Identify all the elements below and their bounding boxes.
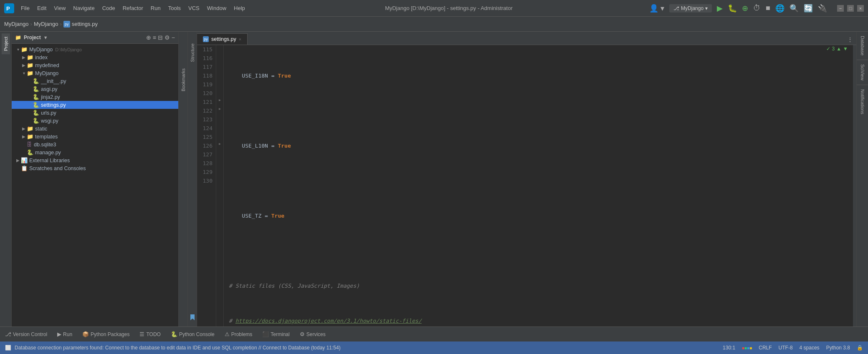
maximize-button[interactable]: □ xyxy=(847,5,854,12)
fold-121[interactable]: ▸ xyxy=(216,98,223,106)
tree-label: index xyxy=(35,55,48,60)
menu-code[interactable]: Code xyxy=(99,3,119,13)
run-icon[interactable]: ▶ xyxy=(717,4,723,13)
tree-item-asgi-py[interactable]: 🐍 asgi.py xyxy=(12,85,178,93)
tree-arrow: ▶ xyxy=(21,63,27,68)
run-bottom-label: Run xyxy=(63,331,72,337)
fold-122[interactable]: ▸ xyxy=(216,106,223,115)
code-line-118 xyxy=(229,176,848,185)
locate-icon[interactable]: ⊕ xyxy=(146,34,151,41)
tree-item-jinja2-py[interactable]: 🐍 jinja2.py xyxy=(12,93,178,101)
run-bottom-button[interactable]: ▶ Run xyxy=(56,330,74,338)
version-control-button[interactable]: ⎇ Version Control xyxy=(3,330,49,338)
project-dropdown-icon[interactable]: ▼ xyxy=(43,35,48,40)
profile-icon[interactable]: ⏱ xyxy=(753,4,761,13)
branch-button[interactable]: ⎇ MyDjango ▾ xyxy=(669,4,712,13)
menu-tools[interactable]: Tools xyxy=(165,3,184,13)
breadcrumb-filename[interactable]: settings.py xyxy=(72,21,98,27)
sciview-panel-tab[interactable]: SciView xyxy=(858,60,867,85)
tree-item-mydjango-sub[interactable]: ▾ 📁 MyDjango xyxy=(12,69,178,77)
tree-item-scratches[interactable]: 📋 Scratches and Consoles xyxy=(12,164,178,172)
line-num-128: 128 xyxy=(200,159,213,168)
folder-icon: 📁 xyxy=(27,54,33,60)
translate-icon[interactable]: 🌐 xyxy=(775,4,784,13)
tree-item-settings-py[interactable]: 🐍 settings.py xyxy=(12,101,178,109)
menu-vcs[interactable]: VCS xyxy=(185,3,203,13)
tree-item-index[interactable]: ▶ 📁 index xyxy=(12,53,178,61)
encoding[interactable]: UTF-8 xyxy=(779,345,793,351)
editor-scrollbar[interactable] xyxy=(853,45,856,326)
tree-arrow xyxy=(27,118,33,123)
breadcrumb-mydjango2[interactable]: MyDjango xyxy=(34,21,58,27)
cursor-position[interactable]: 130:1 xyxy=(723,345,735,351)
account-icon[interactable]: 👤 ▾ xyxy=(649,4,664,13)
problems-button[interactable]: ⚠ Problems xyxy=(223,330,254,338)
indent-setting[interactable]: 4 spaces xyxy=(800,345,820,351)
hide-icon[interactable]: − xyxy=(172,34,175,41)
menu-edit[interactable]: Edit xyxy=(34,3,50,13)
fold-120 xyxy=(216,89,223,98)
tree-item-mydefined[interactable]: ▶ 📁 mydefined xyxy=(12,61,178,69)
tree-arrow: ▶ xyxy=(21,55,27,60)
tree-arrow xyxy=(27,79,33,83)
code-editor: ✓ 3 ▲ ▼ 115 116 117 118 119 120 121 122 … xyxy=(197,45,856,326)
python-version[interactable]: Python 3.8 xyxy=(826,345,850,351)
terminal-button[interactable]: ⬛ Terminal xyxy=(261,330,291,338)
menu-refactor[interactable]: Refactor xyxy=(119,3,147,13)
menu-file[interactable]: File xyxy=(18,3,33,13)
tree-item-mydjango-root[interactable]: ▾ 📁 MyDjango D:\MyDjango xyxy=(12,45,178,53)
notifications-panel-tab[interactable]: Notifications xyxy=(858,85,867,118)
tree-item-init-py[interactable]: 🐍 __init__.py xyxy=(12,77,178,85)
todo-label: TODO xyxy=(146,331,160,337)
plugin-icon[interactable]: 🔌 xyxy=(818,4,827,13)
code-line-122: # https://docs.djangoproject.com/en/3.1/… xyxy=(229,316,848,325)
menu-window[interactable]: Window xyxy=(204,3,230,13)
python-packages-button[interactable]: 📦 Python Packages xyxy=(81,330,131,338)
minimize-button[interactable]: − xyxy=(837,5,844,12)
update-icon[interactable]: 🔄 xyxy=(804,4,813,13)
menu-view[interactable]: View xyxy=(51,3,69,13)
project-vertical-tab[interactable]: Project xyxy=(2,33,10,54)
stop-icon[interactable]: ■ xyxy=(766,4,770,13)
menu-help[interactable]: Help xyxy=(230,3,248,13)
tree-label: MyDjango xyxy=(35,70,58,76)
coverage-icon[interactable]: ⊕ xyxy=(742,4,748,13)
tree-item-external-libs[interactable]: ▶ 📊 External Libraries xyxy=(12,156,178,164)
search-icon[interactable]: 🔍 xyxy=(790,4,799,13)
close-button[interactable]: × xyxy=(857,5,864,12)
python-console-button[interactable]: 🐍 Python Console xyxy=(169,330,216,338)
tree-arrow: ▶ xyxy=(21,126,27,131)
line-separator[interactable]: CRLF xyxy=(759,345,772,351)
error-indicator[interactable]: ✓ 3 ▲ ▼ xyxy=(826,46,848,52)
fold-126[interactable]: ▸ xyxy=(216,141,223,150)
tab-close-button[interactable]: × xyxy=(239,37,241,42)
tabs-more-button[interactable]: ⋮ xyxy=(844,35,856,45)
settings-py-tab[interactable]: py settings.py × xyxy=(197,33,248,45)
todo-button[interactable]: ☰ TODO xyxy=(138,330,162,338)
structure-vertical-tab[interactable]: Structure xyxy=(188,40,197,65)
expand-icon[interactable]: ⊟ xyxy=(158,34,163,41)
tree-item-db-sqlite3[interactable]: 🗄 db.sqlite3 xyxy=(12,141,178,148)
breadcrumb-mydjango[interactable]: MyDjango xyxy=(4,21,29,27)
tree-item-templates[interactable]: ▶ 📁 templates xyxy=(12,133,178,141)
settings-file-icon: py xyxy=(63,21,70,28)
menu-navigate[interactable]: Navigate xyxy=(70,3,98,13)
tree-item-wsgi-py[interactable]: 🐍 wsgi.py xyxy=(12,117,178,125)
tree-item-urls-py[interactable]: 🐍 urls.py xyxy=(12,109,178,117)
debug-icon[interactable]: 🐛 xyxy=(728,4,737,13)
collapse-all-icon[interactable]: ≡ xyxy=(153,34,156,41)
bookmarks-vertical-tab[interactable]: Bookmarks xyxy=(179,65,187,95)
fold-118 xyxy=(216,71,223,80)
window-controls: − □ × xyxy=(837,5,864,12)
tree-item-manage-py[interactable]: 🐍 manage.py xyxy=(12,148,178,156)
bottom-toolbar: ⎇ Version Control ▶ Run 📦 Python Package… xyxy=(0,326,868,341)
database-panel-tab[interactable]: Database xyxy=(858,32,867,60)
code-content[interactable]: USE_I18N = True USE_L10N = True USE_TZ =… xyxy=(224,45,853,326)
menu-run[interactable]: Run xyxy=(147,3,164,13)
gear-icon[interactable]: ⚙ xyxy=(164,34,170,41)
tree-item-static[interactable]: ▶ 📁 static xyxy=(12,125,178,133)
services-button[interactable]: ⚙ Services xyxy=(298,330,327,338)
project-header-title: Project xyxy=(24,35,41,40)
tree-label: settings.py xyxy=(41,102,66,108)
right-panel: Database SciView Notifications xyxy=(856,32,868,326)
